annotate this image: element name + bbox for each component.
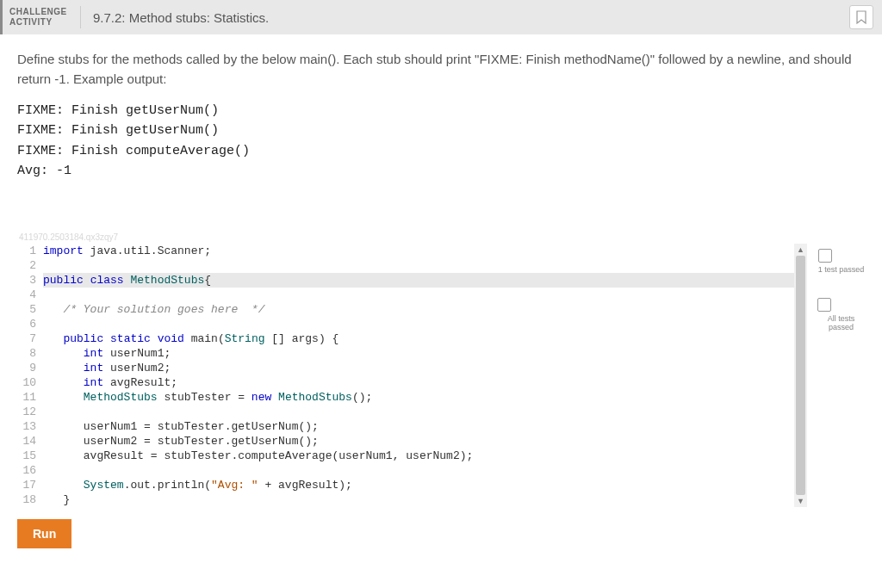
line-number: 18 bbox=[17, 492, 36, 507]
bookmark-icon bbox=[855, 10, 867, 24]
code-editor[interactable]: 123456789101112131415161718 import java.… bbox=[17, 244, 807, 507]
header-divider bbox=[80, 6, 81, 28]
code-line[interactable]: userNum1 = stubTester.getUserNum(); bbox=[43, 419, 807, 434]
line-number: 3 bbox=[17, 273, 36, 288]
status-checkbox-icon bbox=[817, 298, 831, 312]
code-line[interactable] bbox=[43, 317, 807, 331]
single-test-status: 1 test passed bbox=[818, 249, 865, 274]
line-number: 1 bbox=[17, 244, 36, 258]
line-number: 6 bbox=[17, 317, 36, 331]
line-number: 4 bbox=[17, 288, 36, 302]
line-number: 15 bbox=[17, 449, 36, 463]
line-number: 8 bbox=[17, 346, 36, 361]
badge-line2: ACTIVITY bbox=[9, 17, 80, 28]
code-line[interactable]: userNum2 = stubTester.getUserNum(); bbox=[43, 434, 807, 449]
code-line[interactable]: System.out.println("Avg: " + avgResult); bbox=[43, 478, 807, 492]
code-line[interactable]: import java.util.Scanner; bbox=[43, 244, 807, 258]
code-line[interactable]: public class MethodStubs{ bbox=[43, 273, 807, 288]
code-line[interactable]: } bbox=[43, 492, 807, 507]
line-number: 2 bbox=[17, 258, 36, 273]
code-line[interactable] bbox=[43, 258, 807, 273]
activity-title: 9.7.2: Method stubs: Statistics. bbox=[93, 10, 849, 25]
code-line[interactable]: public static void main(String [] args) … bbox=[43, 331, 807, 346]
line-number: 14 bbox=[17, 434, 36, 449]
code-line[interactable] bbox=[43, 288, 807, 302]
content-area: Define stubs for the methods called by t… bbox=[0, 34, 882, 507]
line-number: 17 bbox=[17, 478, 36, 492]
line-number: 12 bbox=[17, 405, 36, 419]
line-gutter: 123456789101112131415161718 bbox=[17, 244, 43, 507]
code-line[interactable] bbox=[43, 463, 807, 478]
test-status-panel: 1 test passed All tests passed bbox=[817, 244, 865, 356]
badge-line1: CHALLENGE bbox=[9, 7, 80, 17]
editor-wrap: 123456789101112131415161718 import java.… bbox=[17, 244, 817, 507]
scroll-down-icon[interactable]: ▼ bbox=[797, 497, 804, 505]
line-number: 13 bbox=[17, 419, 36, 434]
single-test-label: 1 test passed bbox=[818, 265, 865, 274]
example-output: FIXME: Finish getUserNum() FIXME: Finish… bbox=[17, 101, 865, 181]
line-number: 10 bbox=[17, 375, 36, 390]
code-line[interactable]: /* Your solution goes here */ bbox=[43, 302, 807, 317]
file-id: 411970.2503184.qx3zqy7 bbox=[17, 232, 865, 242]
line-number: 9 bbox=[17, 361, 36, 375]
scroll-up-icon[interactable]: ▲ bbox=[797, 245, 804, 254]
all-tests-label: All tests passed bbox=[817, 314, 865, 331]
code-column[interactable]: import java.util.Scanner;public class Me… bbox=[43, 244, 807, 507]
code-line[interactable]: int userNum1; bbox=[43, 346, 807, 361]
line-number: 7 bbox=[17, 331, 36, 346]
code-line[interactable]: avgResult = stubTester.computeAverage(us… bbox=[43, 449, 807, 463]
activity-badge: CHALLENGE ACTIVITY bbox=[3, 7, 80, 28]
line-number: 16 bbox=[17, 463, 36, 478]
bookmark-button[interactable] bbox=[849, 5, 873, 29]
problem-description: Define stubs for the methods called by t… bbox=[17, 50, 865, 89]
line-number: 5 bbox=[17, 302, 36, 317]
vertical-scrollbar[interactable]: ▲ ▼ bbox=[794, 244, 807, 507]
editor-row: 123456789101112131415161718 import java.… bbox=[17, 244, 865, 507]
code-line[interactable]: int avgResult; bbox=[43, 375, 807, 390]
scroll-thumb[interactable] bbox=[796, 256, 805, 495]
activity-header: CHALLENGE ACTIVITY 9.7.2: Method stubs: … bbox=[0, 0, 882, 34]
code-line[interactable]: MethodStubs stubTester = new MethodStubs… bbox=[43, 390, 807, 405]
status-checkbox-icon bbox=[818, 249, 832, 263]
code-line[interactable] bbox=[43, 405, 807, 419]
code-line[interactable]: int userNum2; bbox=[43, 361, 807, 375]
line-number: 11 bbox=[17, 390, 36, 405]
run-button[interactable]: Run bbox=[17, 519, 71, 548]
all-tests-status: All tests passed bbox=[817, 298, 865, 331]
